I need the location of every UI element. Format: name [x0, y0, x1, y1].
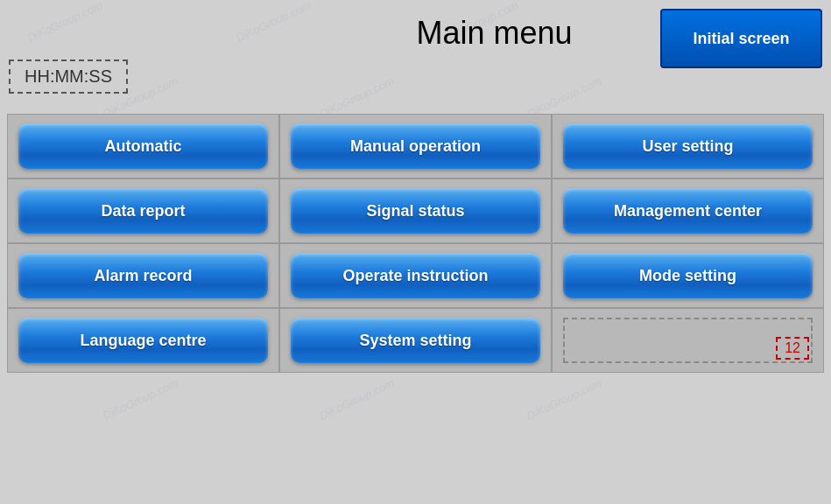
management-center-button[interactable]: Management center	[563, 188, 813, 234]
manual-operation-button[interactable]: Manual operation	[291, 123, 540, 169]
cell-mode-setting: Mode setting	[552, 243, 824, 308]
cell-system-setting: System setting	[279, 308, 552, 373]
cell-data-report: Data report	[7, 178, 279, 243]
user-setting-button[interactable]: User setting	[563, 123, 813, 169]
cell-alarm-record: Alarm record	[7, 243, 279, 308]
cell-automatic: Automatic	[7, 114, 279, 178]
cell-management-center: Management center	[552, 178, 824, 243]
main-page: DiKoGroup.com DiKoGroup.com DiKoGroup.co…	[0, 0, 831, 504]
header: Main menu Initial screen	[0, 0, 831, 66]
initial-screen-button[interactable]: Initial screen	[660, 9, 822, 68]
signal-status-button[interactable]: Signal status	[291, 188, 540, 234]
system-setting-button[interactable]: System setting	[291, 318, 540, 363]
cell-user-setting: User setting	[552, 114, 824, 178]
page-number: 12	[776, 337, 809, 360]
time-display: HH:MM:SS	[9, 60, 128, 94]
alarm-record-button[interactable]: Alarm record	[18, 253, 268, 298]
mode-setting-button[interactable]: Mode setting	[563, 253, 813, 298]
dashed-placeholder: 12	[563, 318, 813, 363]
cell-signal-status: Signal status	[279, 178, 552, 243]
button-grid: Automatic Manual operation User setting …	[0, 114, 831, 373]
automatic-button[interactable]: Automatic	[18, 123, 268, 169]
cell-empty-bottom-right: 12	[552, 308, 824, 373]
language-centre-button[interactable]: Language centre	[18, 318, 268, 363]
cell-operate-instruction: Operate instruction	[279, 243, 552, 308]
cell-language-centre: Language centre	[7, 308, 279, 373]
data-report-button[interactable]: Data report	[18, 188, 268, 234]
operate-instruction-button[interactable]: Operate instruction	[291, 253, 540, 298]
cell-manual-operation: Manual operation	[279, 114, 552, 178]
